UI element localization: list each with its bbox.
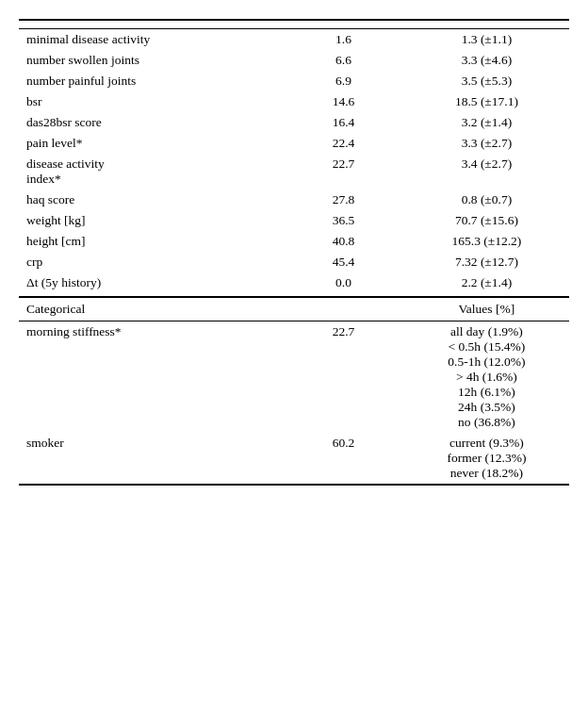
table-row: das28bsr score16.43.2 (±1.4) <box>19 112 569 133</box>
value-item: current (9.3%) <box>449 436 524 451</box>
row-label: number swollen joints <box>19 50 283 71</box>
row-missing: 6.9 <box>283 71 403 91</box>
row-missing: 22.7 <box>283 154 403 190</box>
table-row: crp45.47.32 (±12.7) <box>19 252 569 272</box>
value-item: > 4h (1.6%) <box>456 370 517 385</box>
row-mean: 165.3 (±12.2) <box>404 231 569 252</box>
table-row: number painful joints6.93.5 (±5.3) <box>19 71 569 91</box>
row-label: crp <box>19 252 283 272</box>
row-missing: 36.5 <box>283 210 403 231</box>
row-label: haq score <box>19 190 283 210</box>
table-row: height [cm]40.8165.3 (±12.2) <box>19 231 569 252</box>
row-missing: 60.2 <box>283 433 403 485</box>
row-label: bsr <box>19 91 283 112</box>
data-table: minimal disease activity1.61.3 (±1.1)num… <box>19 19 569 486</box>
row-mean: 3.2 (±1.4) <box>404 112 569 133</box>
value-item: no (36.8%) <box>458 415 515 430</box>
row-label: disease activity index* <box>19 154 283 190</box>
table-row: pain level*22.43.3 (±2.7) <box>19 133 569 154</box>
table-row: Δt (5y history)0.02.2 (±1.4) <box>19 272 569 297</box>
row-missing: 16.4 <box>283 112 403 133</box>
header-missing <box>283 20 403 29</box>
row-label: das28bsr score <box>19 112 283 133</box>
table-row: haq score27.80.8 (±0.7) <box>19 190 569 210</box>
row-label: minimal disease activity <box>19 29 283 51</box>
row-label: height [cm] <box>19 231 283 252</box>
row-missing: 14.6 <box>283 91 403 112</box>
table-header-row <box>19 20 569 29</box>
row-label: smoker <box>19 433 283 485</box>
row-values: current (9.3%)former (12.3%)never (18.2%… <box>404 433 569 485</box>
categorical-row: smoker60.2current (9.3%)former (12.3%)ne… <box>19 433 569 485</box>
table-row: disease activity index*22.73.4 (±2.7) <box>19 154 569 190</box>
value-item: 24h (3.5%) <box>458 400 515 415</box>
row-mean: 3.3 (±4.6) <box>404 50 569 71</box>
header-mean <box>404 20 569 29</box>
row-missing: 40.8 <box>283 231 403 252</box>
row-mean: 70.7 (±15.6) <box>404 210 569 231</box>
row-missing: 1.6 <box>283 29 403 51</box>
row-mean: 7.32 (±12.7) <box>404 252 569 272</box>
row-mean: 0.8 (±0.7) <box>404 190 569 210</box>
row-missing: 22.7 <box>283 322 403 434</box>
row-label: number painful joints <box>19 71 283 91</box>
value-item: 12h (6.1%) <box>458 385 515 400</box>
row-missing: 22.4 <box>283 133 403 154</box>
row-mean: 1.3 (±1.1) <box>404 29 569 51</box>
table-row: number swollen joints6.63.3 (±4.6) <box>19 50 569 71</box>
row-missing: 0.0 <box>283 272 403 297</box>
categorical-row: morning stiffness*22.7all day (1.9%)< 0.… <box>19 322 569 434</box>
row-label: Δt (5y history) <box>19 272 283 297</box>
header-numerical <box>19 20 283 29</box>
row-label: morning stiffness* <box>19 322 283 434</box>
row-values: all day (1.9%)< 0.5h (15.4%)0.5-1h (12.0… <box>404 322 569 434</box>
row-mean: 3.4 (±2.7) <box>404 154 569 190</box>
row-mean: 2.2 (±1.4) <box>404 272 569 297</box>
table-row: weight [kg]36.570.7 (±15.6) <box>19 210 569 231</box>
categorical-values-header: Values [%] <box>404 297 569 322</box>
row-missing: 27.8 <box>283 190 403 210</box>
row-mean: 3.5 (±5.3) <box>404 71 569 91</box>
value-item: 0.5-1h (12.0%) <box>448 354 525 370</box>
value-item: former (12.3%) <box>447 451 526 466</box>
row-missing: 6.6 <box>283 50 403 71</box>
row-mean: 18.5 (±17.1) <box>404 91 569 112</box>
row-missing: 45.4 <box>283 252 403 272</box>
row-label: weight [kg] <box>19 210 283 231</box>
row-mean: 3.3 (±2.7) <box>404 133 569 154</box>
value-item: all day (1.9%) <box>450 324 523 339</box>
value-item: never (18.2%) <box>450 466 523 481</box>
categorical-missing-header <box>283 297 403 322</box>
categorical-label: Categorical <box>19 297 283 322</box>
row-label: pain level* <box>19 133 283 154</box>
value-item: < 0.5h (15.4%) <box>448 339 525 354</box>
table-row: minimal disease activity1.61.3 (±1.1) <box>19 29 569 51</box>
categorical-header-row: CategoricalValues [%] <box>19 297 569 322</box>
table-row: bsr14.618.5 (±17.1) <box>19 91 569 112</box>
